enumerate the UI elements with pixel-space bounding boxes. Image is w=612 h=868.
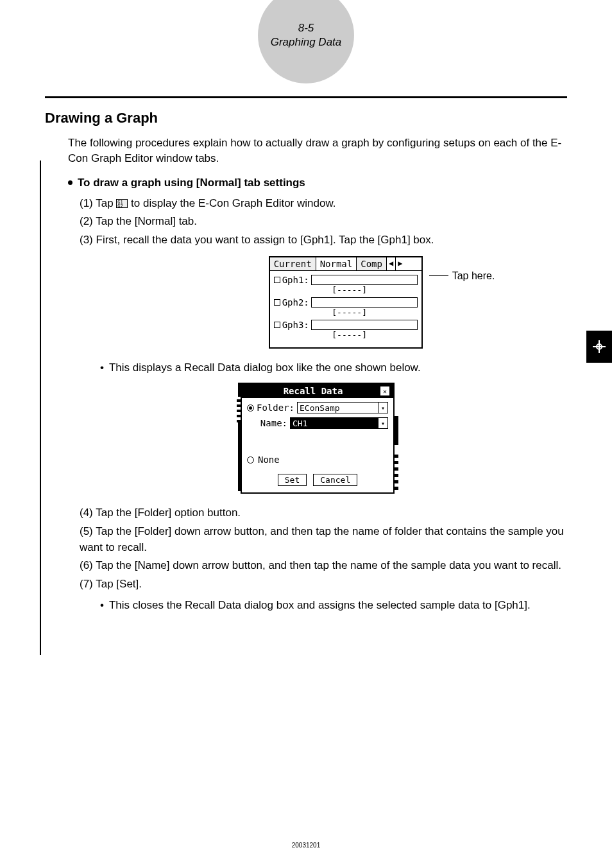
step-1-pre: (1) Tap — [80, 197, 116, 209]
chapter-title: Graphing Data — [271, 35, 342, 49]
gph1-checkbox[interactable] — [274, 277, 280, 283]
tab-comp[interactable]: Comp — [357, 257, 387, 270]
gph2-checkbox[interactable] — [274, 299, 280, 306]
step-7: (7) Tap [Set]. — [80, 577, 567, 593]
step-2: (2) Tap the [Normal] tab. — [80, 214, 567, 230]
bullet-icon — [68, 180, 72, 185]
folder-value: EConSamp — [300, 403, 340, 413]
figure-recall-dialog: Recall Data ✕ Folder: EConSamp ▾ Name: — [68, 383, 567, 494]
tab-current[interactable]: Current — [270, 257, 316, 270]
dialog-decoration-right-bottom — [395, 451, 398, 490]
tab-nav-left[interactable]: ◀ — [387, 257, 396, 270]
step-3-note: • This displays a Recall Data dialog box… — [100, 360, 567, 376]
name-value: CH1 — [293, 419, 307, 428]
step-7-note-text: This closes the Recall Data dialog box a… — [109, 598, 531, 613]
gph1-label: Gph1: — [282, 275, 309, 285]
gph3-checkbox[interactable] — [274, 322, 280, 328]
footer-document-id: 20031201 — [0, 842, 612, 849]
step-3-note-text: This displays a Recall Data dialog box l… — [109, 360, 421, 376]
intro-paragraph: The following procedures explain how to … — [68, 135, 567, 166]
folder-radio[interactable] — [247, 404, 254, 412]
gph1-input[interactable] — [311, 275, 418, 285]
none-radio[interactable] — [247, 456, 254, 464]
close-icon[interactable]: ✕ — [380, 386, 389, 395]
none-label: None — [258, 455, 280, 465]
gph1-placeholder: [-----] — [282, 285, 418, 295]
cancel-button[interactable]: Cancel — [313, 474, 357, 486]
chevron-down-icon[interactable]: ▾ — [378, 403, 387, 413]
step-5: (5) Tap the [Folder] down arrow button, … — [80, 524, 567, 555]
callout-text: Tap here. — [452, 270, 495, 282]
dialog-title: Recall Data — [246, 386, 380, 396]
name-select[interactable]: CH1 ▾ — [290, 417, 388, 429]
folder-select[interactable]: EConSamp ▾ — [297, 402, 388, 413]
gph2-input[interactable] — [311, 297, 418, 308]
section-title: Drawing a Graph — [45, 110, 567, 126]
procedure-guide-bar — [40, 161, 41, 655]
folder-label: Folder: — [257, 403, 294, 413]
subheading-row: To draw a graph using [Normal] tab setti… — [68, 177, 567, 189]
page-number: 8-5 — [298, 21, 314, 35]
step-6: (6) Tap the [Name] down arrow button, an… — [80, 558, 567, 574]
gph2-label: Gph2: — [282, 297, 309, 308]
gph3-input[interactable] — [311, 320, 418, 330]
step-7-note: • This closes the Recall Data dialog box… — [100, 598, 567, 613]
page-header-circle: 8-5 Graphing Data — [258, 0, 354, 83]
tab-nav-right[interactable]: ▶ — [396, 257, 404, 270]
dialog-decoration-left — [237, 397, 241, 422]
step-1-post: to display the E-Con Graph Editor window… — [131, 197, 336, 209]
callout-leader-line — [429, 275, 448, 276]
set-button[interactable]: Set — [278, 474, 307, 486]
gph3-label: Gph3: — [282, 320, 309, 330]
tab-normal[interactable]: Normal — [316, 257, 357, 270]
dialog-decoration-right-top — [395, 416, 398, 445]
step-3: (3) First, recall the data you want to a… — [80, 232, 567, 248]
step-4: (4) Tap the [Folder] option button. — [80, 505, 567, 521]
graph-editor-icon: G1G2 — [116, 199, 128, 208]
gph3-placeholder: [-----] — [282, 330, 418, 340]
step-1: (1) Tap G1G2 to display the E-Con Graph … — [80, 196, 567, 212]
name-label: Name: — [257, 418, 287, 428]
subheading-text: To draw a graph using [Normal] tab setti… — [78, 177, 305, 189]
section-rule — [45, 96, 567, 98]
figure-tabs-box: Current Normal Comp ◀ ▶ Gph1: [-----] — [68, 256, 567, 349]
gph2-placeholder: [-----] — [282, 308, 418, 317]
callout-tap-here: Tap here. — [429, 270, 495, 282]
chevron-down-icon[interactable]: ▾ — [378, 418, 387, 428]
